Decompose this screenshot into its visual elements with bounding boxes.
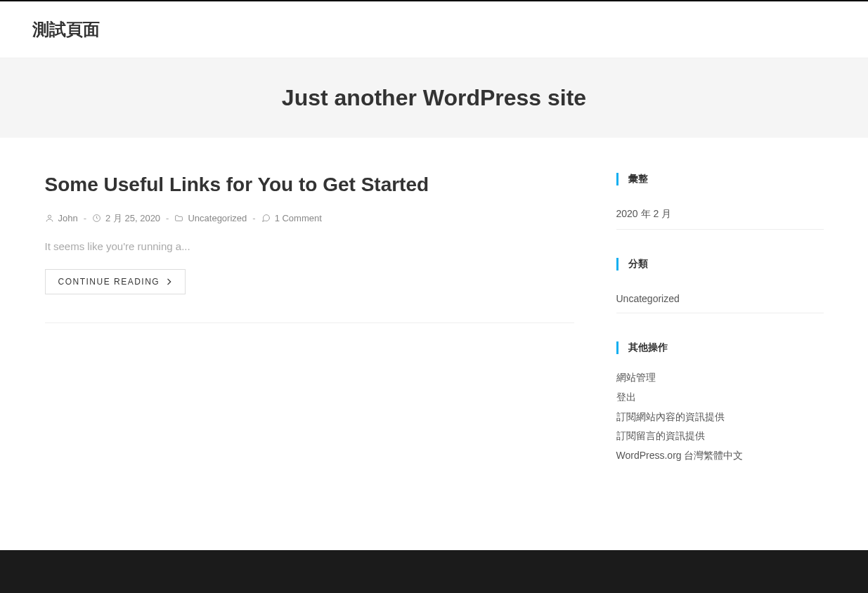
meta-link-wporg[interactable]: WordPress.org 台灣繁體中文 [616,446,824,466]
folder-icon [174,214,183,223]
post-excerpt: It seems like you're running a... [45,240,574,252]
archive-link[interactable]: 2020 年 2 月 [616,200,824,229]
categories-list: Uncategorized [616,285,824,313]
content-area: Some Useful Links for You to Get Started… [45,173,574,494]
category-link[interactable]: Uncategorized [616,285,824,313]
site-title-link[interactable]: 測試頁面 [32,20,100,39]
comment-icon [261,214,271,223]
post-author: John [45,213,78,223]
post-title-link[interactable]: Some Useful Links for You to Get Started [45,174,429,195]
widget-archives: 彙整 2020 年 2 月 [616,173,824,230]
meta-separator: - [166,213,169,223]
svg-point-0 [48,215,51,218]
sidebar: 彙整 2020 年 2 月 分類 Uncategorized 其他操作 網站管理… [616,173,824,494]
widget-title-categories: 分類 [616,258,824,271]
widget-title-archives: 彙整 [616,173,824,185]
meta-list: 網站管理 登出 訂閱網站內容的資訊提供 訂閱留言的資訊提供 WordPress.… [616,368,824,466]
list-item: 訂閱網站內容的資訊提供 [616,408,824,427]
meta-separator: - [252,213,255,223]
list-item: 登出 [616,388,824,408]
widget-categories: 分類 Uncategorized [616,258,824,313]
meta-link-entries-rss[interactable]: 訂閱網站內容的資訊提供 [616,408,824,427]
page-title: Just another WordPress site [14,85,854,111]
author-link[interactable]: John [58,213,78,223]
widget-meta: 其他操作 網站管理 登出 訂閱網站內容的資訊提供 訂閱留言的資訊提供 WordP… [616,341,824,466]
site-header: 測試頁面 [0,1,868,58]
continue-label: CONTINUE READING [58,277,160,287]
list-item: Uncategorized [616,285,824,313]
list-item: 2020 年 2 月 [616,200,824,230]
post-date: 2 月 25, 2020 [92,212,160,225]
clock-icon [92,214,101,223]
widget-title-meta: 其他操作 [616,341,824,354]
user-icon [45,214,54,223]
date-text: 2 月 25, 2020 [105,212,160,225]
list-item: WordPress.org 台灣繁體中文 [616,446,824,466]
continue-reading-button[interactable]: CONTINUE READING [45,269,186,294]
post-category: Uncategorized [174,213,247,223]
meta-link-admin[interactable]: 網站管理 [616,368,824,388]
list-item: 網站管理 [616,368,824,388]
meta-link-logout[interactable]: 登出 [616,388,824,408]
meta-separator: - [84,213,86,223]
archives-list: 2020 年 2 月 [616,200,824,230]
post-divider [45,322,574,323]
category-link[interactable]: Uncategorized [188,213,247,223]
post-comments: 1 Comment [261,213,322,223]
footer-spacer [0,550,868,593]
post-meta: John - 2 月 25, 2020 - Uncategorized - 1 … [45,212,574,225]
comments-link[interactable]: 1 Comment [275,213,322,223]
list-item: 訂閱留言的資訊提供 [616,426,824,446]
hero-banner: Just another WordPress site [0,58,868,138]
post-title: Some Useful Links for You to Get Started [45,173,574,197]
post: Some Useful Links for You to Get Started… [45,173,574,323]
meta-link-comments-rss[interactable]: 訂閱留言的資訊提供 [616,426,824,446]
chevron-right-icon [167,278,172,285]
main-container: Some Useful Links for You to Get Started… [13,138,856,550]
